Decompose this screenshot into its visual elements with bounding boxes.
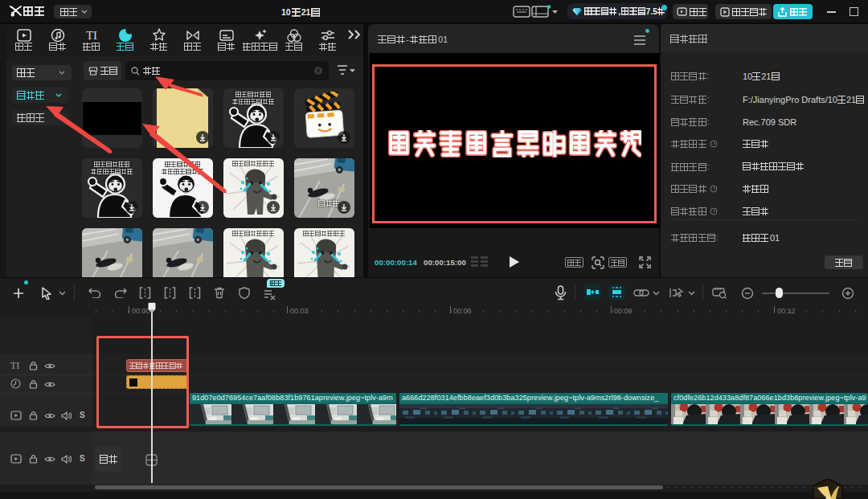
- svg-text:TI: TI: [86, 29, 97, 42]
